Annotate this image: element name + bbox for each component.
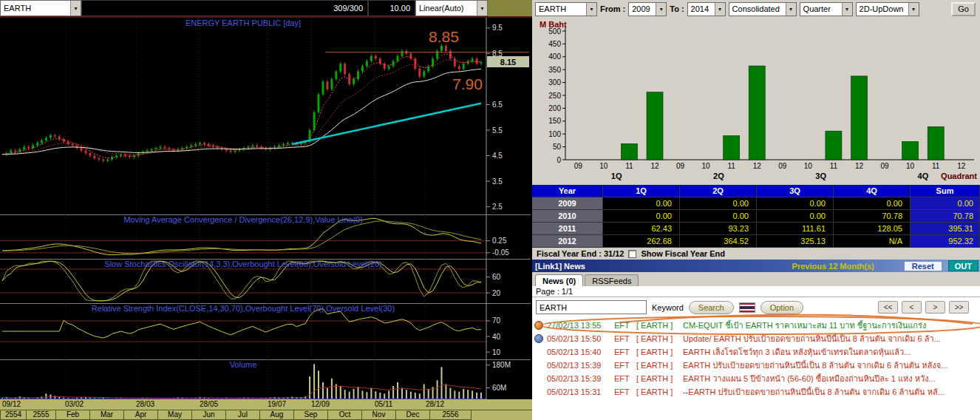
symbol-search-input[interactable] [536,300,647,314]
date-axis-label: 28/05 [200,400,218,408]
svg-text:09: 09 [778,162,787,170]
svg-text:0.25: 0.25 [492,237,507,245]
news-feed: EFT [614,374,633,383]
table-value-cell: 93.23 [680,223,757,235]
table-value-cell: 0.00 [603,210,680,223]
chevron-down-icon[interactable]: ▾ [786,3,796,16]
previous-months-label: Previous 12 Month(s) [792,262,874,271]
news-pagination: <<<>>> [878,301,969,314]
news-link-title: [Link1] News [535,262,585,271]
chevron-down-icon[interactable]: ▾ [586,3,596,16]
volume-panel: 180M60M Volume [0,359,532,399]
tab-news[interactable]: News (0) [535,274,583,286]
from-year-combo[interactable]: 2009 ▾ [628,2,667,16]
svg-text:450: 450 [548,40,561,48]
news-text: Update/ EARTH ปรับเป้ายอดขายถ่านหินปีนี้… [683,332,978,345]
table-sum-cell: 70.78 [911,210,980,223]
news-item[interactable]: 05/02/13 15:50EFT[ EARTH ]Update/ EARTH … [532,332,980,345]
svg-text:300: 300 [548,78,561,87]
display-mode-combo[interactable]: 2D-UpDown ▾ [856,2,919,16]
symbol-combo[interactable]: EARTH ▾ [0,0,81,16]
news-text: EARTH วางแผน 5 ปีข้างหน้า (56-60) ซื้อเห… [683,372,978,385]
chevron-down-icon[interactable]: ▾ [70,1,81,16]
svg-text:11: 11 [932,162,940,170]
svg-text:12: 12 [753,162,762,170]
table-value-cell: N/A [834,235,911,248]
svg-text:350: 350 [548,66,561,74]
news-search-row: Keyword Search Option <<<>>> [532,297,980,317]
bars-range-field[interactable]: 309/300 [81,0,368,16]
svg-text:150: 150 [548,117,561,125]
option-button[interactable]: Option [760,301,803,314]
quarterly-bar-chart: 050100150200250300350400450500091011121Q… [532,18,980,185]
svg-text:50: 50 [553,143,562,151]
svg-text:60M: 60M [492,384,506,392]
quarter-table: Year1Q2Q3Q4QSum20090.000.000.000.000.002… [532,185,980,248]
out-button[interactable]: OUT [948,260,979,271]
news-text: EARTH เล็งโรดโชว์ทุก 3 เดือน หลังหุ้นเข้… [683,345,978,359]
statement-value: Consolidated [732,4,780,13]
thai-flag-icon[interactable] [739,302,755,313]
chevron-down-icon[interactable]: ▾ [908,3,919,16]
news-sym: [ EARTH ] [636,387,679,396]
news-feed: EFT [614,334,633,343]
date-axis-label: 19/07 [268,400,286,408]
table-value-cell: 62.43 [603,223,680,235]
scale-combo[interactable]: Linear(Auto) ▾ [415,0,488,16]
fiscal-year-end-label: Fiscal Year End : 31/12 [537,249,624,258]
news-nav-button[interactable]: << [878,301,898,314]
table-value-cell: 70.78 [834,210,911,223]
date-axis-label: 05/11 [375,400,392,408]
news-nav-button[interactable]: < [902,301,922,314]
news-nav-button[interactable]: > [925,301,945,314]
chevron-down-icon[interactable]: ▾ [477,1,487,16]
trading-terminal: EARTH ▾ 309/300 10.00 Linear(Auto) ▾ 9.5… [0,0,980,420]
chevron-down-icon[interactable]: ▾ [842,3,852,16]
reset-button[interactable]: Reset [904,261,942,271]
show-fiscal-checkbox[interactable] [628,250,636,258]
news-nav-button[interactable]: >> [949,301,969,314]
svg-text:250: 250 [548,92,561,100]
display-mode-value: 2D-UpDown [860,4,904,13]
news-time: 05/02/13 15:31 [547,387,610,396]
date-axis-label: 28/03 [136,400,154,408]
svg-text:M Baht: M Baht [540,20,567,29]
news-sym: [ EARTH ] [636,321,679,330]
svg-text:0: 0 [557,156,561,164]
news-time: 05/02/13 15:50 [547,334,610,343]
search-button[interactable]: Search [689,301,734,314]
svg-text:3Q: 3Q [815,172,826,180]
date-axis-row: 09/1203/0228/0328/0519/0712/0905/1128/12 [0,399,532,410]
price-step-field[interactable]: 10.00 [368,0,415,16]
month-axis-label: Jun [192,410,226,420]
month-axis-label: 2556 [430,410,472,420]
table-header-cell: Year [532,185,603,197]
table-value-cell: 0.00 [680,197,757,210]
news-item[interactable]: 05/02/13 15:39EFT[ EARTH ]EARTH วางแผน 5… [532,372,980,385]
statement-combo[interactable]: Consolidated ▾ [729,2,797,16]
news-item[interactable]: 27/02/13 13:55EFT[ EARTH ]CM-EQUIT ชี้เป… [532,319,980,332]
go-button[interactable]: Go [951,2,976,16]
news-sym: [ EARTH ] [636,361,679,370]
news-list: 27/02/13 13:55EFT[ EARTH ]CM-EQUIT ชี้เป… [532,317,980,420]
chevron-down-icon[interactable]: ▾ [656,3,666,16]
news-text: --EARTH ปรับเป้ายอดขายถ่านหินปีนี้เป็น 8… [683,385,978,399]
svg-text:2Q: 2Q [713,172,724,180]
period-combo[interactable]: Quarter ▾ [800,2,853,16]
table-value-cell: 111.61 [757,223,834,235]
table-year-cell: 2010 [532,210,603,223]
last-price-tag: 8.15 [487,56,529,67]
news-sym: [ EARTH ] [636,348,679,356]
date-axis-label: 03/02 [65,400,84,408]
tab-rssfeeds[interactable]: RSSFeeds [585,274,639,286]
svg-text:11: 11 [727,162,735,170]
news-item[interactable]: 05/02/13 15:31EFT[ EARTH ]--EARTH ปรับเป… [532,385,980,399]
month-axis-label: Oct [328,410,362,420]
to-year-combo[interactable]: 2014 ▾ [687,2,726,16]
news-item[interactable]: 05/02/13 15:39EFT[ EARTH ]EARTH ปรับเป้า… [532,359,980,372]
news-item[interactable]: 05/02/13 15:40EFT[ EARTH ]EARTH เล็งโรดโ… [532,345,980,359]
chevron-down-icon[interactable]: ▾ [715,3,725,16]
symbol-combo[interactable]: EARTH ▾ [535,2,597,16]
table-header-cell: 1Q [603,185,680,197]
svg-text:180M: 180M [492,361,511,369]
